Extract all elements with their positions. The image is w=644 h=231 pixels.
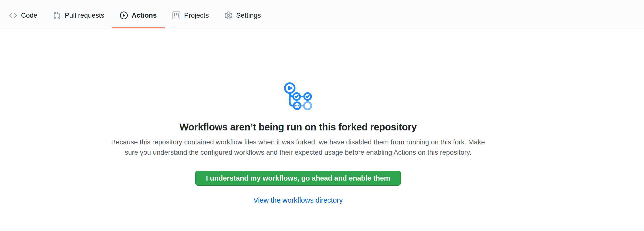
- tab-label: Pull requests: [65, 12, 104, 19]
- description-line-1: Because this repository contained workfl…: [0, 137, 596, 147]
- tab-pull-requests[interactable]: Pull requests: [45, 0, 112, 28]
- play-circle-icon: [120, 12, 128, 19]
- tab-actions[interactable]: Actions: [112, 0, 165, 28]
- tab-code[interactable]: Code: [2, 0, 45, 28]
- gear-icon: [224, 12, 232, 19]
- tab-label: Projects: [184, 12, 209, 19]
- tab-label: Actions: [132, 12, 157, 19]
- description-line-2: sure you understand the configured workf…: [0, 147, 596, 158]
- view-workflows-directory-link[interactable]: View the workflows directory: [253, 196, 342, 204]
- project-board-icon: [172, 12, 180, 19]
- tab-projects[interactable]: Projects: [165, 0, 217, 28]
- button-row: I understand my workflows, go ahead and …: [0, 171, 596, 186]
- page-title: Workflows aren’t being run on this forke…: [0, 121, 596, 133]
- workflow-graph-icon: [284, 82, 312, 111]
- actions-disabled-page: Workflows aren’t being run on this forke…: [0, 28, 644, 204]
- tab-label: Settings: [236, 12, 261, 19]
- code-icon: [9, 12, 17, 19]
- tab-label: Code: [21, 12, 38, 19]
- enable-workflows-button[interactable]: I understand my workflows, go ahead and …: [195, 171, 401, 186]
- repo-tab-bar: Code Pull requests Actions Projects Sett…: [0, 0, 644, 28]
- fork-workflows-description: Because this repository contained workfl…: [0, 137, 596, 158]
- git-pull-request-icon: [53, 12, 61, 19]
- tab-settings[interactable]: Settings: [217, 0, 269, 28]
- blankslate: Workflows aren’t being run on this forke…: [0, 28, 596, 204]
- link-row: View the workflows directory: [0, 196, 596, 204]
